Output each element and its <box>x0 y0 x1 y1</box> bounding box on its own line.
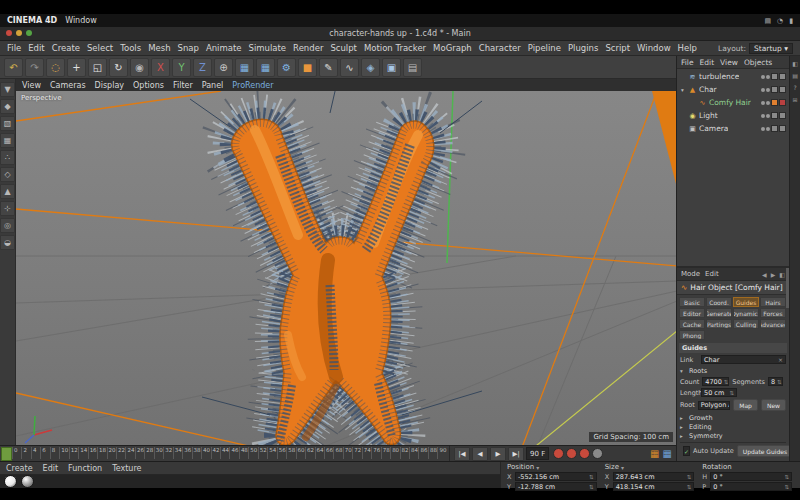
timeline-tick[interactable]: 76 <box>371 447 380 459</box>
timeline-tick[interactable]: 16 <box>88 447 97 459</box>
mac-menu-window[interactable]: Window <box>65 16 97 25</box>
timeline-tick[interactable]: 90 <box>437 447 446 459</box>
size-field[interactable]: 287.643 cm⇅ <box>613 472 695 481</box>
root-select[interactable]: Polygon Area▾ <box>698 401 731 410</box>
workplane-mode-icon[interactable]: ▦ <box>0 133 15 148</box>
record-key-icon[interactable] <box>592 448 603 459</box>
object-manager-menu-item[interactable]: Objects <box>744 58 772 67</box>
model-mode-icon[interactable]: ◆ <box>0 99 15 114</box>
help-icon[interactable]: ? <box>793 84 796 91</box>
timeline-ruler[interactable]: 0246810121416182022242628303234363840424… <box>0 446 449 461</box>
rotation-field[interactable]: 0 °⇅ <box>710 482 792 491</box>
object-tag-icon[interactable] <box>779 86 786 93</box>
timeline-tick[interactable]: 20 <box>107 447 116 459</box>
viewport-menu-item[interactable]: Display <box>95 81 125 90</box>
panel-grid-icon[interactable]: ⊞ <box>792 96 797 103</box>
viewport-menu-item[interactable]: Cameras <box>50 81 86 90</box>
render-enable-dot[interactable] <box>766 88 770 92</box>
section-toggle-Growth[interactable]: ▸ Growth <box>680 413 786 422</box>
menu-item[interactable]: Edit <box>28 43 44 53</box>
object-tag-icon[interactable] <box>771 86 778 93</box>
tab-Basic[interactable]: Basic <box>679 297 705 307</box>
menu-item[interactable]: MoGraph <box>433 43 472 53</box>
viewport-menu-item[interactable]: ProRender <box>232 81 273 90</box>
object-manager-menu-item[interactable]: Edit <box>700 58 715 67</box>
lock-icon[interactable]: ◧ <box>779 271 785 278</box>
timeline-tick[interactable]: 32 <box>163 447 172 459</box>
clear-icon[interactable]: × <box>778 356 783 363</box>
menu-item[interactable]: Create <box>52 43 80 53</box>
viewport-solo-icon[interactable]: ◎ <box>0 218 15 233</box>
editor-enable-dot[interactable] <box>761 101 765 105</box>
timeline-tick[interactable]: 14 <box>78 447 87 459</box>
render-enable-dot[interactable] <box>766 101 770 105</box>
timeline-tick[interactable]: 68 <box>333 447 342 459</box>
menu-item[interactable]: Window <box>637 43 671 53</box>
scene-camera-icon[interactable]: ▣ <box>382 58 401 77</box>
polygons-mode-icon[interactable]: ▲ <box>0 184 15 199</box>
timeline-tick[interactable]: 42 <box>211 447 220 459</box>
render-enable-dot[interactable] <box>766 127 770 131</box>
map-button[interactable]: Map <box>733 399 758 411</box>
timeline-tick[interactable]: 6 <box>40 447 49 459</box>
section-toggle-Symmetry[interactable]: ▸ Symmetry <box>680 431 786 440</box>
editor-enable-dot[interactable] <box>761 75 765 79</box>
convert-selection-icon[interactable]: ▼ <box>0 82 15 97</box>
record-key-icon[interactable] <box>579 448 590 459</box>
tab-Coord.[interactable]: Coord. <box>706 297 732 307</box>
subdivision-icon[interactable]: ◈ <box>361 58 380 77</box>
timeline-tick[interactable]: 44 <box>220 447 229 459</box>
timeline-tick[interactable]: 12 <box>69 447 78 459</box>
next-frame-button[interactable]: ▶| <box>508 447 524 461</box>
timeline-playhead[interactable] <box>1 447 12 461</box>
timeline-tick[interactable]: 30 <box>154 447 163 459</box>
object-manager-menu-item[interactable]: File <box>681 58 694 67</box>
tab-Phong[interactable]: Phong <box>679 330 705 340</box>
end-frame-field[interactable]: 90 F <box>526 447 549 460</box>
object-tag-icon[interactable] <box>779 73 786 80</box>
texture-mode-icon[interactable]: ▧ <box>0 116 15 131</box>
segments-field[interactable]: 8⇅ <box>768 377 783 386</box>
lock-z-icon[interactable]: Z <box>193 58 212 77</box>
back-icon[interactable]: ◀ <box>762 271 767 278</box>
timeline-tick[interactable]: 10 <box>59 447 68 459</box>
forward-icon[interactable]: ▶ <box>771 271 776 278</box>
menu-item[interactable]: Character <box>479 43 521 53</box>
layout-select[interactable]: Startup ▾ <box>749 43 793 54</box>
render-enable-dot[interactable] <box>766 114 770 118</box>
new-button[interactable]: New <box>761 399 786 411</box>
tab-Advanced[interactable]: Advanced <box>760 319 786 329</box>
window-control-button[interactable] <box>6 30 12 36</box>
menu-item[interactable]: Animate <box>206 43 242 53</box>
roots-section-toggle[interactable]: ▾ Roots <box>680 366 786 375</box>
timeline-tick[interactable]: 26 <box>135 447 144 459</box>
viewport-menu-item[interactable]: Options <box>133 81 164 90</box>
viewport-canvas[interactable] <box>16 91 676 445</box>
menu-item[interactable]: File <box>7 43 21 53</box>
material-menu-item[interactable]: Edit <box>43 464 59 473</box>
pen-tool-icon[interactable]: ✎ <box>319 58 338 77</box>
live-selection-icon[interactable]: ◌ <box>46 58 65 77</box>
timeline-tick[interactable]: 82 <box>400 447 409 459</box>
panel-lock-icon[interactable]: ◧ <box>792 60 798 67</box>
timeline-tick[interactable]: 8 <box>50 447 59 459</box>
render-view-icon[interactable]: ▦ <box>235 58 254 77</box>
viewport-menu-item[interactable]: Panel <box>202 81 224 90</box>
count-field[interactable]: 4700⇅ <box>702 377 729 386</box>
object-manager-menu-item[interactable]: View <box>720 58 738 67</box>
object-item[interactable]: ▾ ▲ Char <box>677 83 789 96</box>
timeline-options-icon[interactable]: ▦ <box>663 449 672 459</box>
tab-Culling[interactable]: Culling <box>733 319 759 329</box>
timeline-tick[interactable]: 4 <box>31 447 40 459</box>
viewport[interactable]: View Cameras Display Options Filter Pane… <box>16 79 676 445</box>
record-key-icon[interactable] <box>553 448 564 459</box>
tab-Editor[interactable]: Editor <box>679 308 705 318</box>
object-item[interactable]: ◉ Light <box>677 109 789 122</box>
timeline-tick[interactable]: 66 <box>324 447 333 459</box>
timeline-tick[interactable]: 54 <box>267 447 276 459</box>
timeline-tick[interactable]: 58 <box>286 447 295 459</box>
timeline-tick[interactable]: 40 <box>201 447 210 459</box>
rotation-field[interactable]: 0 °⇅ <box>710 472 792 481</box>
menu-item[interactable]: Help <box>678 43 697 53</box>
object-item[interactable]: ≋ turbulence <box>677 70 789 83</box>
